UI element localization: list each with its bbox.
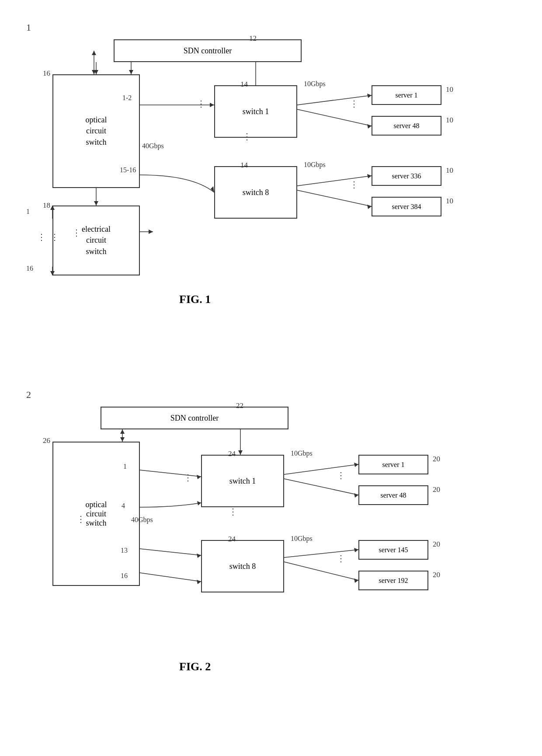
gbps-10a-2: 10Gbps bbox=[291, 449, 313, 457]
server48-ref-2: 20 bbox=[433, 485, 440, 494]
svg-marker-31 bbox=[238, 450, 243, 455]
svg-marker-28 bbox=[120, 429, 125, 434]
svg-marker-13 bbox=[367, 174, 372, 178]
switch8-ref-1: 14 bbox=[240, 161, 248, 170]
svg-marker-26 bbox=[92, 70, 96, 74]
svg-marker-4 bbox=[129, 70, 133, 74]
svg-marker-9 bbox=[367, 94, 372, 98]
dots-switch-top-1: ⋮ bbox=[197, 98, 205, 109]
server192-ref-2: 20 bbox=[433, 571, 440, 579]
svg-marker-11 bbox=[367, 124, 372, 129]
svg-marker-17 bbox=[94, 201, 98, 206]
server1-2-label: server 1 bbox=[382, 461, 404, 469]
gbps-10b-2: 10Gbps bbox=[291, 535, 313, 543]
server336-1: server 336 bbox=[372, 166, 441, 186]
ocs-ref-2: 26 bbox=[43, 436, 50, 445]
server48-2-label: server 48 bbox=[380, 491, 406, 499]
port-1-2: 1 bbox=[123, 463, 127, 470]
svg-marker-6 bbox=[210, 103, 214, 107]
switch8-2: switch 8 bbox=[201, 540, 284, 592]
svg-marker-29 bbox=[120, 437, 125, 442]
fig2-caption: FIG. 2 bbox=[179, 660, 211, 673]
svg-marker-38 bbox=[197, 580, 201, 584]
switch1-ref-1: 14 bbox=[240, 80, 248, 89]
switch1-2: switch 1 bbox=[201, 455, 284, 507]
svg-marker-40 bbox=[354, 463, 358, 467]
svg-line-10 bbox=[297, 109, 372, 126]
svg-line-12 bbox=[297, 176, 372, 186]
switch1-ref-2: 24 bbox=[228, 449, 236, 458]
sdn-controller-2-label: SDN controller bbox=[170, 414, 219, 423]
sdn-ref-2: 22 bbox=[236, 401, 243, 410]
port-4-2: 4 bbox=[122, 502, 125, 510]
fig1-num: 1 bbox=[26, 22, 31, 33]
server192-2-label: server 192 bbox=[379, 577, 408, 585]
server48-ref-1: 10 bbox=[446, 116, 453, 125]
dots-ocs-mid-2: ⋮ bbox=[76, 514, 85, 524]
port-1516-1: 15-16 bbox=[120, 166, 136, 174]
dots-srv-top-1: ⋮ bbox=[350, 98, 358, 109]
svg-marker-7 bbox=[211, 186, 214, 192]
svg-marker-15 bbox=[367, 205, 372, 209]
figure-2: 2 SDN controller 22 optical circuit swit… bbox=[26, 385, 525, 673]
dots-srv-bot-1: ⋮ bbox=[350, 179, 358, 190]
switch8-1-label: switch 8 bbox=[243, 188, 269, 197]
svg-line-8 bbox=[297, 95, 372, 105]
dots-srv-bot-2: ⋮ bbox=[337, 553, 345, 564]
gbps-40-1: 40Gbps bbox=[142, 142, 164, 150]
switch8-2-label: switch 8 bbox=[229, 562, 256, 571]
svg-line-41 bbox=[284, 479, 358, 495]
sdn-ref-1: 12 bbox=[249, 34, 257, 43]
ocs-2-label: optical circuit switch bbox=[86, 500, 107, 528]
server384-1-label: server 384 bbox=[392, 203, 421, 211]
ocs-ref-1: 16 bbox=[43, 69, 50, 78]
svg-line-39 bbox=[284, 464, 358, 474]
dots-sw-top-2: ⋮ bbox=[184, 472, 192, 483]
sdn-controller-1: SDN controller bbox=[114, 39, 302, 62]
switch1-2-label: switch 1 bbox=[229, 477, 256, 486]
svg-line-37 bbox=[140, 573, 201, 582]
sdn-controller-2: SDN controller bbox=[101, 407, 288, 429]
server1-ref-2: 20 bbox=[433, 455, 440, 463]
ecs-1: electrical circuit switch bbox=[52, 206, 140, 275]
switch1-1-label: switch 1 bbox=[243, 107, 269, 116]
svg-line-45 bbox=[284, 562, 358, 580]
server1-ref-1: 10 bbox=[446, 85, 453, 94]
switch8-ref-2: 24 bbox=[228, 535, 236, 543]
server384-ref-1: 10 bbox=[446, 197, 453, 206]
dots-ecs-left-1: ⋮ bbox=[50, 232, 59, 242]
figure-1: 1 SDN controller 12 optical circuit swit… bbox=[26, 17, 525, 306]
page: 1 SDN controller 12 optical circuit swit… bbox=[0, 0, 542, 756]
server48-1-label: server 48 bbox=[393, 122, 419, 130]
port-13-2: 13 bbox=[121, 547, 128, 554]
svg-marker-23 bbox=[149, 230, 153, 234]
svg-marker-44 bbox=[354, 548, 358, 552]
ecs-ref-1: 18 bbox=[43, 201, 50, 210]
server48-2: server 48 bbox=[358, 485, 428, 505]
ocs-2: optical circuit switch bbox=[52, 442, 140, 586]
svg-line-43 bbox=[284, 550, 358, 557]
dots-ecs-1: ⋮ bbox=[72, 227, 81, 238]
fig2-num: 2 bbox=[26, 389, 31, 401]
dots-sw-mid-2: ⋮ bbox=[229, 506, 237, 517]
ecs-1-label: electrical circuit switch bbox=[82, 224, 111, 257]
svg-marker-33 bbox=[197, 475, 201, 479]
server145-ref-2: 20 bbox=[433, 540, 440, 549]
dots-switches-mid-1: ⋮ bbox=[243, 131, 251, 142]
port-12-1: 1-2 bbox=[122, 94, 132, 102]
dots-srv-top-2: ⋮ bbox=[337, 470, 345, 481]
svg-marker-46 bbox=[354, 578, 358, 583]
server336-ref-1: 10 bbox=[446, 166, 453, 175]
svg-marker-25 bbox=[92, 51, 96, 55]
port-16-2: 16 bbox=[121, 572, 128, 580]
dots-ecs-far-left-1: ⋮ bbox=[37, 232, 46, 242]
gbps-10b-1: 10Gbps bbox=[304, 161, 326, 169]
server48-1: server 48 bbox=[372, 116, 441, 136]
server1-1-label: server 1 bbox=[395, 91, 417, 99]
switch1-1: switch 1 bbox=[214, 85, 297, 138]
svg-marker-42 bbox=[354, 493, 358, 498]
port-ecs-1-label: 1 bbox=[26, 208, 30, 216]
server145-2: server 145 bbox=[358, 540, 428, 560]
svg-line-35 bbox=[140, 549, 201, 555]
server145-2-label: server 145 bbox=[379, 546, 408, 554]
